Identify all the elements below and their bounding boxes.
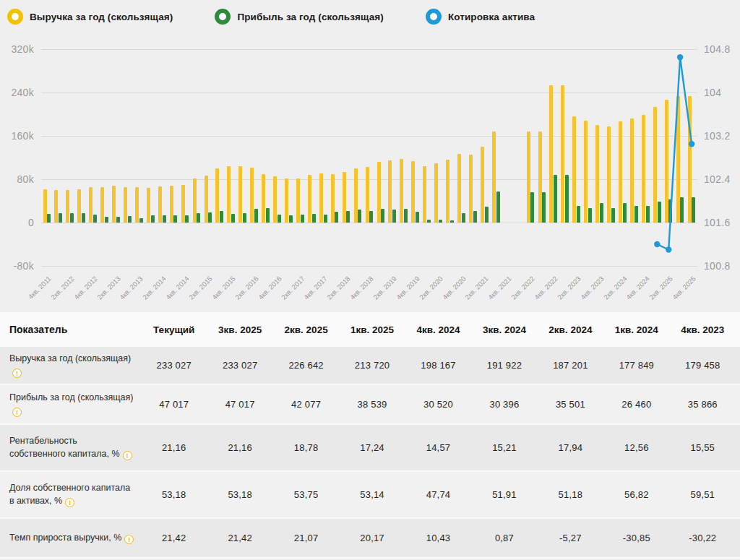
metric-value-cell: 38 539 (339, 399, 405, 410)
table-row: Рентабельность собственного капитала, %!… (0, 425, 740, 472)
metric-value-cell: 21,16 (141, 442, 207, 453)
metric-value-cell: 53,14 (339, 489, 405, 500)
legend-item-1[interactable]: Прибыль за год (скользящая) (215, 9, 383, 25)
info-icon[interactable]: ! (12, 408, 22, 417)
metric-value-cell: 35 866 (670, 399, 736, 410)
metric-value-cell: 0,87 (471, 533, 537, 543)
column-header-period: 4кв. 2024 (405, 324, 471, 335)
legend-label: Прибыль за год (скользящая) (237, 12, 383, 22)
right-axis-tick-label: 102.4 (704, 173, 731, 185)
financials-chart: 320k240k160k80k0-80k 104.8104103.2102.41… (0, 33, 740, 312)
metric-value-cell: -5,27 (538, 533, 603, 543)
metric-value-cell: 47 017 (207, 399, 272, 410)
quote-point (677, 54, 683, 60)
left-axis-tick-label: 160k (0, 130, 34, 142)
right-axis-tick-label: 104.8 (704, 43, 731, 55)
legend-item-2[interactable]: Котировка актива (426, 9, 535, 25)
left-axis-tick-label: 80k (0, 173, 34, 185)
metric-value-cell: 42 077 (273, 399, 339, 410)
metric-label-cell: Доля собственного капитала в активах, %! (0, 477, 141, 512)
metric-value-cell: 213 720 (339, 360, 405, 371)
metric-value-cell: 233 027 (207, 360, 272, 371)
right-axis-tick-label: 103.2 (704, 130, 731, 142)
metric-value-cell: 15,21 (471, 442, 537, 453)
metric-value-cell: 191 922 (471, 360, 537, 371)
metric-value-cell: 47 017 (141, 399, 207, 410)
metric-value-cell: 15,55 (670, 442, 736, 453)
legend-marker-icon (7, 9, 23, 25)
metric-value-cell: 187 201 (538, 360, 603, 371)
metric-value-cell: 53,18 (141, 489, 207, 500)
metric-value-cell: 17,94 (538, 442, 603, 453)
metric-label-cell: Темп прироста выручки, %! (0, 527, 141, 550)
legend-marker-icon (215, 9, 231, 25)
metric-label: Темп прироста выручки, % (9, 533, 121, 543)
metric-value-cell: 226 642 (273, 360, 339, 371)
column-header-period: 2кв. 2025 (273, 324, 339, 335)
column-header-period: 1кв. 2025 (339, 324, 405, 335)
column-header-metric: Показатель (0, 324, 141, 335)
quote-line (41, 33, 697, 312)
metric-value-cell: 30 396 (471, 399, 537, 410)
right-axis-tick-label: 100.8 (704, 260, 731, 272)
column-header-period: 3кв. 2024 (471, 324, 537, 335)
chart-legend: Выручка за год (скользящая)Прибыль за го… (7, 7, 577, 27)
metric-value-cell: 51,18 (538, 489, 603, 500)
metric-value-cell: 26 460 (603, 399, 669, 410)
chart-plot-area (41, 33, 697, 312)
metric-value-cell: 21,42 (141, 533, 207, 543)
right-axis-tick-label: 101.6 (704, 217, 731, 228)
table-body: Выручка за год (скользящая)!233 027233 0… (0, 347, 740, 559)
left-axis-tick-label: 320k (0, 43, 34, 55)
info-icon[interactable]: ! (65, 498, 74, 507)
metric-value-cell: 177 849 (603, 360, 669, 371)
info-icon[interactable]: ! (12, 369, 22, 378)
metric-value-cell: -30,22 (670, 533, 736, 543)
left-axis-tick-label: -80k (0, 260, 34, 272)
legend-marker-icon (426, 9, 442, 25)
metric-value-cell: 53,18 (207, 489, 272, 500)
metrics-table: ПоказательТекущий3кв. 20252кв. 20251кв. … (0, 312, 740, 559)
metric-label-cell: Выручка за год (скользящая)! (0, 348, 141, 383)
metric-value-cell: 14,57 (405, 442, 471, 453)
metric-value-cell: 12,56 (603, 442, 669, 453)
metric-value-cell: 233 027 (141, 360, 207, 371)
quote-point (689, 141, 694, 147)
quote-point (654, 241, 660, 247)
quote-line-path (657, 57, 692, 249)
metric-label-cell: Прибыль за год (скользящая)! (0, 387, 141, 422)
table-row: Прибыль за год (скользящая)!47 01747 017… (0, 385, 740, 425)
metric-label: Выручка за год (скользящая) (9, 353, 131, 363)
table-row: Доля собственного капитала в активах, %!… (0, 472, 740, 519)
metric-value-cell: 53,75 (273, 489, 339, 500)
metric-value-cell: 30 520 (405, 399, 471, 410)
column-header-period: 3кв. 2025 (207, 324, 272, 335)
table-row: Выручка за год (скользящая)!233 027233 0… (0, 347, 740, 385)
column-header-period: 4кв. 2023 (670, 324, 736, 335)
legend-item-0[interactable]: Выручка за год (скользящая) (7, 9, 173, 25)
metric-value-cell: 198 167 (405, 360, 471, 371)
metric-value-cell: 179 458 (670, 360, 736, 371)
column-header-period: 1кв. 2024 (603, 324, 669, 335)
column-header-period: Текущий (141, 324, 207, 335)
table-header-row: ПоказательТекущий3кв. 20252кв. 20251кв. … (0, 312, 740, 347)
metric-label: Рентабельность собственного капитала, % (9, 436, 120, 459)
metric-value-cell: 51,91 (471, 489, 537, 500)
left-axis-tick-label: 0 (0, 217, 34, 228)
info-icon[interactable]: ! (124, 535, 134, 544)
metric-value-cell: 35 501 (538, 399, 603, 410)
metric-value-cell: 56,82 (603, 489, 669, 500)
metric-value-cell: 47,74 (405, 489, 471, 500)
x-axis-labels: 4кв. 20112кв. 20124кв. 20122кв. 20134кв.… (41, 272, 697, 312)
metric-value-cell: -30,85 (603, 533, 669, 543)
metric-label: Прибыль за год (скользящая) (9, 392, 133, 402)
metric-label-cell: Рентабельность собственного капитала, %! (0, 430, 141, 465)
quote-point (666, 246, 671, 252)
column-header-period: 2кв. 2024 (538, 324, 603, 335)
metric-value-cell: 10,43 (405, 533, 471, 543)
info-icon[interactable]: ! (123, 451, 132, 460)
legend-label: Котировка актива (448, 12, 535, 22)
metric-value-cell: 21,16 (207, 442, 272, 453)
metric-value-cell: 21,42 (207, 533, 272, 543)
metric-value-cell: 18,78 (273, 442, 339, 453)
